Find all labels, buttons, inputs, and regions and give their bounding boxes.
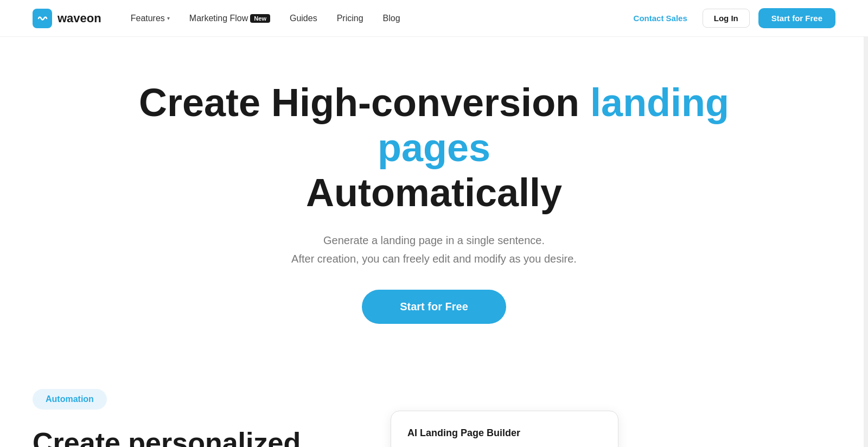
nav-links: Features ▾ Marketing Flow New Guides Pri… <box>123 9 408 28</box>
scrollbar[interactable] <box>864 0 868 447</box>
navbar: waveon Features ▾ Marketing Flow New Gui… <box>0 0 868 37</box>
lower-title-line1: Create personalized <box>33 427 301 447</box>
chevron-down-icon: ▾ <box>167 15 170 21</box>
nav-link-features[interactable]: Features ▾ <box>123 9 177 28</box>
nav-link-pricing[interactable]: Pricing <box>329 9 371 28</box>
nav-link-blog[interactable]: Blog <box>375 9 408 28</box>
navbar-left: waveon Features ▾ Marketing Flow New Gui… <box>33 9 408 28</box>
lower-section: Automation Create personalized landing p… <box>0 356 868 447</box>
logo[interactable]: waveon <box>33 9 101 28</box>
logo-icon <box>33 9 52 28</box>
hero-subtitle: Generate a landing page in a single sent… <box>291 231 577 268</box>
hero-title: Create High-conversion landing pages Aut… <box>136 80 732 215</box>
hero-subtitle-line1: Generate a landing page in a single sent… <box>323 234 545 246</box>
start-for-free-nav-button[interactable]: Start for Free <box>758 8 835 28</box>
hero-title-part1: Create High-conversion <box>139 81 590 124</box>
hero-section: Create High-conversion landing pages Aut… <box>0 37 868 356</box>
contact-sales-button[interactable]: Contact Sales <box>627 9 694 27</box>
lower-title: Create personalized landing pages automa… <box>33 426 347 447</box>
logo-text: waveon <box>58 11 101 25</box>
hero-subtitle-line2: After creation, you can freely edit and … <box>291 253 577 265</box>
nav-link-guides[interactable]: Guides <box>282 9 325 28</box>
nav-link-marketing-flow[interactable]: Marketing Flow New <box>182 9 278 28</box>
new-badge: New <box>250 14 270 23</box>
start-for-free-hero-button[interactable]: Start for Free <box>362 290 506 324</box>
card-title: AI Landing Page Builder <box>407 427 602 439</box>
login-button[interactable]: Log In <box>703 9 750 28</box>
lower-left: Automation Create personalized landing p… <box>33 389 347 447</box>
navbar-right: Contact Sales Log In Start for Free <box>627 8 835 28</box>
automation-badge: Automation <box>33 389 107 410</box>
hero-title-part2: Automatically <box>306 171 562 214</box>
ai-landing-card: AI Landing Page Builder What is the name… <box>391 411 618 447</box>
